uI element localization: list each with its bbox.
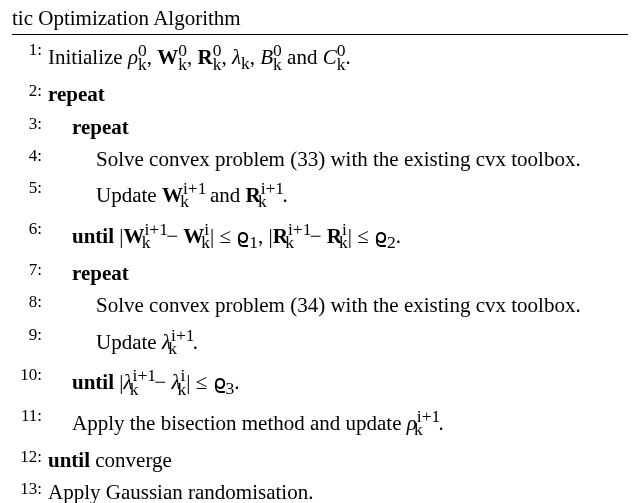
algo-line-9: Update λi+1k .	[12, 324, 628, 361]
keyword-repeat: repeat	[72, 115, 129, 139]
text: | ≤ ϱ	[210, 224, 249, 248]
text: Update	[96, 183, 162, 207]
text: and	[205, 183, 246, 207]
algo-line-10: until |λi+1k − λik| ≤ ϱ3.	[12, 364, 628, 401]
text: .	[396, 224, 401, 248]
algo-line-2: repeat	[12, 80, 628, 108]
text: −	[149, 370, 171, 394]
sub: k	[339, 232, 348, 252]
text: | ≤ ϱ	[186, 370, 225, 394]
text: and	[282, 45, 323, 69]
text: ,	[221, 45, 232, 69]
sub: k	[201, 232, 210, 252]
algo-line-8: Solve convex problem (34) with the exist…	[12, 291, 628, 319]
text: Solve convex problem (34) with the exist…	[48, 291, 628, 319]
text: .	[282, 183, 287, 207]
var-lambda: λ	[232, 45, 241, 69]
algorithm-lines: Initialize ρ0k, W0k, R0k, λk, B0k and C0…	[12, 39, 628, 503]
algo-line-4: Solve convex problem (33) with the exist…	[12, 145, 628, 173]
keyword-repeat: repeat	[48, 82, 105, 106]
algo-line-12: until converge	[12, 446, 628, 474]
text: −	[161, 224, 183, 248]
var-rho: ρ	[128, 45, 138, 69]
text: Solve convex problem (33) with the exist…	[48, 145, 628, 173]
sub: k	[168, 338, 177, 358]
sub: k	[178, 379, 187, 399]
keyword-until: until	[72, 370, 114, 394]
var-R: R	[197, 45, 212, 69]
text: |	[114, 370, 123, 394]
text: | ≤ ϱ	[348, 224, 387, 248]
text: converge	[90, 448, 172, 472]
text: ,	[147, 45, 158, 69]
sub: k	[138, 54, 147, 74]
sub: k	[414, 419, 423, 439]
text: Apply Gaussian randomisation.	[48, 480, 313, 503]
text: −	[304, 224, 326, 248]
var-W: W	[157, 45, 178, 69]
text: , |	[258, 224, 273, 248]
keyword-until: until	[72, 224, 114, 248]
var-C: C	[323, 45, 337, 69]
text: ,	[187, 45, 198, 69]
sub: k	[180, 191, 189, 211]
sub: k	[178, 54, 187, 74]
sub: k	[130, 379, 139, 399]
algo-line-1: Initialize ρ0k, W0k, R0k, λk, B0k and C0…	[12, 39, 628, 76]
var-B: B	[260, 45, 273, 69]
sub: k	[142, 232, 151, 252]
sub: k	[241, 54, 250, 74]
algorithm-body: Initialize ρ0k, W0k, R0k, λk, B0k and C0…	[12, 39, 628, 503]
algo-line-5: Update Wi+1k and Ri+1k .	[12, 177, 628, 214]
text: Initialize	[48, 45, 128, 69]
sub: 3	[226, 379, 235, 399]
sub: 1	[249, 232, 258, 252]
sub: 2	[387, 232, 396, 252]
algo-line-6: until |Wi+1k − Wik| ≤ ϱ1, |Ri+1k − Rik| …	[12, 218, 628, 255]
algo-line-13: Apply Gaussian randomisation.	[12, 478, 628, 503]
text: .	[234, 370, 239, 394]
text: Apply the bisection method and update	[72, 411, 407, 435]
sub: k	[273, 54, 282, 74]
algo-line-11: Apply the bisection method and update ρi…	[12, 405, 628, 442]
text: .	[345, 45, 350, 69]
keyword-until: until	[48, 448, 90, 472]
keyword-repeat: repeat	[72, 261, 129, 285]
algorithm-title-fragment: tic Optimization Algorithm	[12, 4, 628, 35]
algo-line-3: repeat	[12, 113, 628, 141]
text: |	[114, 224, 123, 248]
sub: k	[285, 232, 294, 252]
algo-line-7: repeat	[12, 259, 628, 287]
text: .	[439, 411, 444, 435]
algorithm-snippet: tic Optimization Algorithm Initialize ρ0…	[0, 0, 640, 503]
text: ,	[250, 45, 261, 69]
text: Update	[96, 330, 162, 354]
sub: k	[258, 191, 267, 211]
text: .	[193, 330, 198, 354]
